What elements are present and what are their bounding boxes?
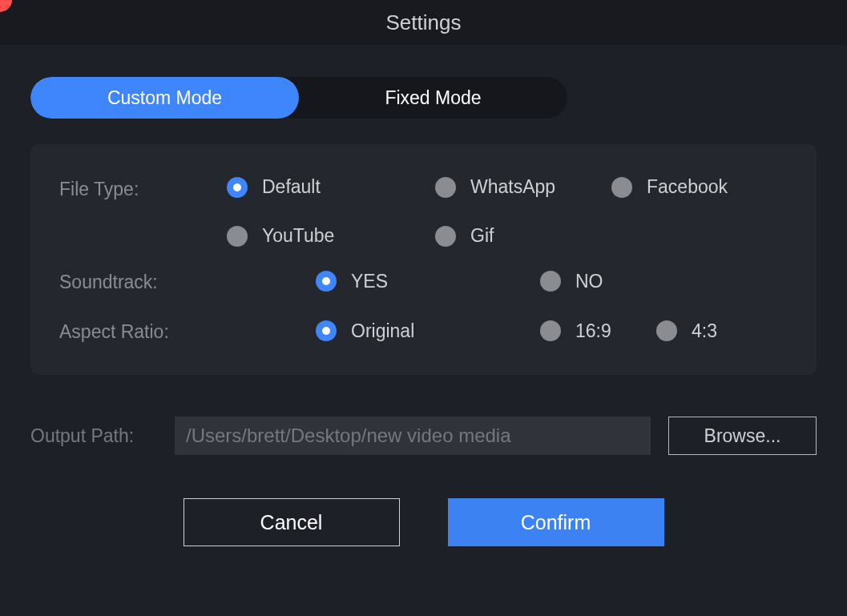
radio-aspect-4-3[interactable]: 4:3 bbox=[656, 320, 717, 342]
close-button[interactable] bbox=[0, 0, 12, 12]
radio-dot-icon bbox=[316, 320, 337, 341]
label-soundtrack: Soundtrack: bbox=[59, 269, 316, 293]
radio-dot-icon bbox=[540, 271, 561, 292]
filetype-options: Default WhatsApp Facebook YouTube Gif bbox=[227, 176, 788, 247]
radio-label: WhatsApp bbox=[470, 176, 555, 198]
tab-fixed-mode[interactable]: Fixed Mode bbox=[299, 77, 567, 119]
radio-filetype-gif[interactable]: Gif bbox=[435, 225, 611, 247]
radio-dot-icon bbox=[611, 177, 632, 198]
action-buttons: Cancel Confirm bbox=[0, 498, 847, 546]
mode-tabs: Custom Mode Fixed Mode bbox=[30, 77, 567, 119]
cancel-button[interactable]: Cancel bbox=[184, 498, 400, 546]
radio-aspect-16-9[interactable]: 16:9 bbox=[540, 320, 656, 342]
row-aspect-ratio: Aspect Ratio: Original 16:9 4:3 bbox=[59, 319, 788, 343]
radio-filetype-default[interactable]: Default bbox=[227, 176, 435, 198]
output-path-field[interactable]: /Users/brett/Desktop/new video media bbox=[175, 417, 651, 455]
radio-soundtrack-no[interactable]: NO bbox=[540, 271, 603, 292]
radio-label: Default bbox=[262, 176, 321, 198]
radio-label: 16:9 bbox=[575, 320, 611, 342]
radio-label: Facebook bbox=[647, 176, 728, 198]
tab-custom-mode[interactable]: Custom Mode bbox=[30, 77, 299, 119]
row-file-type: File Type: Default WhatsApp Facebook You… bbox=[59, 176, 788, 247]
browse-button[interactable]: Browse... bbox=[668, 417, 817, 455]
radio-dot-icon bbox=[227, 226, 248, 247]
soundtrack-options: YES NO bbox=[316, 271, 788, 292]
radio-dot-icon bbox=[435, 226, 456, 247]
confirm-button[interactable]: Confirm bbox=[448, 498, 664, 546]
radio-dot-icon bbox=[227, 177, 248, 198]
label-aspect-ratio: Aspect Ratio: bbox=[59, 319, 316, 343]
radio-filetype-youtube[interactable]: YouTube bbox=[227, 225, 435, 247]
radio-label: YES bbox=[351, 271, 388, 292]
radio-label: Gif bbox=[470, 225, 494, 247]
radio-filetype-whatsapp[interactable]: WhatsApp bbox=[435, 176, 611, 198]
label-file-type: File Type: bbox=[59, 176, 227, 200]
radio-label: 4:3 bbox=[692, 320, 717, 342]
titlebar: Settings bbox=[0, 0, 847, 45]
label-output-path: Output Path: bbox=[30, 425, 175, 447]
radio-dot-icon bbox=[540, 320, 561, 341]
settings-panel: File Type: Default WhatsApp Facebook You… bbox=[30, 144, 817, 375]
radio-dot-icon bbox=[656, 320, 677, 341]
radio-soundtrack-yes[interactable]: YES bbox=[316, 271, 540, 292]
radio-filetype-facebook[interactable]: Facebook bbox=[611, 176, 788, 198]
radio-label: Original bbox=[351, 320, 414, 342]
radio-aspect-original[interactable]: Original bbox=[316, 320, 540, 342]
radio-dot-icon bbox=[316, 271, 337, 292]
window-title: Settings bbox=[386, 10, 462, 35]
radio-label: NO bbox=[575, 271, 603, 292]
aspect-options: Original 16:9 4:3 bbox=[316, 320, 788, 342]
row-soundtrack: Soundtrack: YES NO bbox=[59, 269, 788, 293]
radio-dot-icon bbox=[435, 177, 456, 198]
output-path-row: Output Path: /Users/brett/Desktop/new vi… bbox=[30, 417, 817, 455]
radio-label: YouTube bbox=[262, 225, 334, 247]
